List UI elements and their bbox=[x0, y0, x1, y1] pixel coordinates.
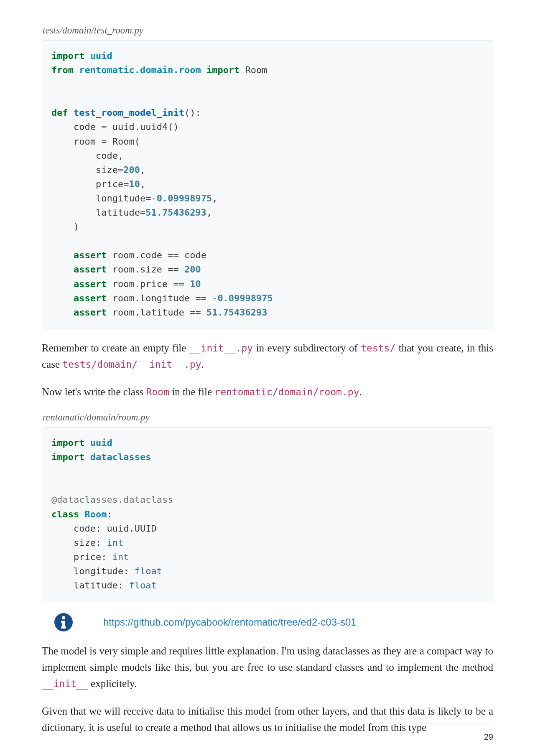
info-block: https://github.com/pycabook/rentomatic/t… bbox=[54, 613, 493, 631]
kw-assert: assert bbox=[74, 293, 107, 303]
kw-import: import bbox=[51, 438, 84, 448]
code-line: size: bbox=[51, 537, 107, 548]
code-caption-2: rentomatic/domain/room.py bbox=[43, 412, 493, 423]
code-line: longitude: bbox=[51, 566, 135, 576]
comma: , bbox=[212, 193, 217, 204]
code-line: room.code == code bbox=[107, 250, 206, 260]
code-line: price: bbox=[51, 552, 112, 562]
code-line: room.size == bbox=[107, 264, 184, 275]
paragraph-1: Remember to create an empty file __init_… bbox=[42, 340, 493, 373]
module-dataclasses: dataclasses bbox=[90, 452, 151, 462]
num: 10 bbox=[190, 279, 201, 289]
code-line: price= bbox=[51, 179, 129, 189]
text: in the file bbox=[169, 386, 214, 397]
colon: : bbox=[107, 509, 112, 519]
code-line: longitude=- bbox=[51, 193, 157, 204]
code-line: ) bbox=[51, 221, 79, 232]
code-block-2: import uuid import dataclasses @dataclas… bbox=[42, 427, 493, 601]
code-line: room.latitude == bbox=[107, 307, 206, 318]
num: 0.09998975 bbox=[217, 293, 273, 303]
text: . bbox=[359, 386, 362, 397]
inline-code: tests/domain/__init__.py bbox=[62, 359, 201, 370]
kw-assert: assert bbox=[74, 250, 107, 260]
paren: (): bbox=[184, 107, 201, 118]
kw-import: import bbox=[51, 51, 84, 61]
func-name: test_room_model_init bbox=[74, 107, 184, 118]
code-caption-1: tests/domain/test_room.py bbox=[43, 25, 493, 36]
inline-code: tests/ bbox=[361, 343, 395, 354]
kw-assert: assert bbox=[74, 307, 107, 318]
kw-from: from bbox=[51, 65, 74, 75]
type-int: int bbox=[107, 537, 123, 548]
num: 51.75436293 bbox=[206, 307, 268, 318]
type-float: float bbox=[129, 580, 156, 591]
num: 200 bbox=[123, 165, 140, 175]
module-uuid: uuid bbox=[90, 438, 112, 448]
type-float: float bbox=[135, 566, 162, 576]
num: 0.09998975 bbox=[157, 193, 212, 204]
info-link[interactable]: https://github.com/pycabook/rentomatic/t… bbox=[103, 616, 357, 628]
text: . bbox=[201, 359, 204, 370]
text: The model is very simple and requires li… bbox=[42, 645, 493, 673]
text: in every subdirectory of bbox=[253, 342, 361, 354]
num: 10 bbox=[129, 179, 140, 189]
inline-code: rentomatic/domain/room.py bbox=[214, 387, 359, 397]
kw-import: import bbox=[206, 65, 239, 75]
inline-code: __init__ bbox=[42, 678, 88, 689]
footer-rule bbox=[42, 723, 493, 723]
kw-assert: assert bbox=[74, 264, 107, 275]
code-line: latitude: bbox=[51, 580, 129, 591]
code-line: room.price == bbox=[107, 279, 190, 289]
text: explicitely. bbox=[88, 678, 137, 689]
text: Remember to create an empty file bbox=[42, 342, 189, 354]
page: tests/domain/test_room.py import uuid fr… bbox=[0, 0, 535, 756]
text: Given that we will receive data to initi… bbox=[42, 705, 493, 733]
info-icon bbox=[54, 613, 73, 631]
kw-class: class bbox=[51, 509, 79, 519]
code-line: code: uuid.UUID bbox=[51, 523, 157, 534]
comma: , bbox=[140, 179, 145, 189]
code-line: room = Room( bbox=[51, 136, 140, 147]
type-int: int bbox=[112, 552, 129, 562]
code-line: size= bbox=[51, 165, 123, 175]
module-uuid: uuid bbox=[90, 51, 112, 61]
paragraph-3: The model is very simple and requires li… bbox=[42, 643, 493, 692]
module-path: rentomatic.domain.room bbox=[79, 65, 201, 75]
kw-def: def bbox=[51, 107, 68, 118]
code-line: room.longitude == - bbox=[107, 293, 217, 303]
inline-code: Room bbox=[146, 387, 169, 397]
code-line: code = uuid.uuid4() bbox=[51, 122, 179, 132]
num: 51.75436293 bbox=[145, 207, 206, 218]
num: 200 bbox=[184, 264, 201, 275]
kw-import: import bbox=[51, 452, 84, 462]
decorator: @dataclasses.dataclass bbox=[51, 494, 173, 505]
kw-assert: assert bbox=[74, 279, 107, 289]
code-line: code, bbox=[51, 150, 123, 161]
code-block-1: import uuid from rentomatic.domain.room … bbox=[42, 40, 493, 328]
text: Now let's write the class bbox=[42, 386, 146, 397]
comma: , bbox=[206, 207, 212, 218]
divider bbox=[88, 615, 88, 630]
inline-code: __init__.py bbox=[189, 343, 253, 354]
paragraph-4: Given that we will receive data to initi… bbox=[42, 703, 493, 736]
comma: , bbox=[140, 165, 145, 175]
class-room: Room bbox=[245, 65, 268, 75]
page-number: 29 bbox=[484, 732, 493, 742]
code-line: latitude= bbox=[51, 207, 145, 218]
class-name: Room bbox=[84, 509, 107, 519]
paragraph-2: Now let's write the class Room in the fi… bbox=[42, 384, 493, 400]
